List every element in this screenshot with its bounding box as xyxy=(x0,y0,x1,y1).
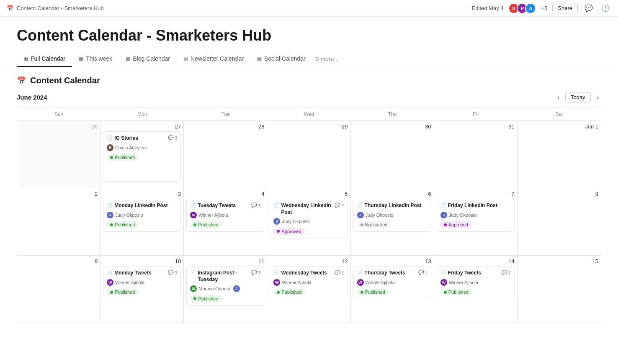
card-friday-tweets[interactable]: 📄 Friday Tweets 💬 2 W Winner Ajibola xyxy=(437,266,515,299)
monday-linkedin-status: Published xyxy=(107,221,138,228)
tab-icon-week: ▦ xyxy=(79,56,83,62)
cell-may-27: 27 📄 IG Stories 💬 3 E En xyxy=(100,121,184,188)
ig-stories-status: Published xyxy=(107,154,138,161)
date-jun11: 11 xyxy=(186,258,264,264)
thursday-tweets-status-dot xyxy=(360,291,363,294)
date-jun1: Jun 1 xyxy=(520,123,598,130)
cell-jun-7: 7 📄 Friday LinkedIn Post J Judy Okposio … xyxy=(434,188,518,255)
date-27: 27 xyxy=(103,123,181,130)
tuesday-tweets-status-dot xyxy=(193,223,196,226)
cell-jun-4: 4 📄 Tuesday Tweets 💬 1 W xyxy=(184,188,267,255)
card-thursday-tweets[interactable]: 📄 Thursday Tweets 💬 1 W Winner Ajibola xyxy=(353,266,431,299)
card-friday-linkedin[interactable]: 📄 Friday LinkedIn Post J Judy Okposio Ap… xyxy=(437,199,515,232)
page-title: Content Calendar - Smarketers Hub xyxy=(17,27,601,44)
thursday-linkedin-title: 📄 Thursday LinkedIn Post xyxy=(357,203,427,209)
friday-tweets-avatar: W xyxy=(440,279,447,286)
wednesday-tweets-status-dot xyxy=(277,291,280,294)
ig-stories-comments: 💬 3 xyxy=(168,135,177,141)
card-ig-stories[interactable]: 📄 IG Stories 💬 3 E Eniola Adeyeye xyxy=(103,131,181,182)
cell-may-31: 31 xyxy=(434,121,518,188)
app-title: Content Calendar - Smarketers Hub xyxy=(17,5,103,11)
calendar-section-title: Content Calendar xyxy=(30,76,100,85)
tab-newsletter-calendar[interactable]: ▦ Newsletter Calendar xyxy=(177,51,250,67)
monday-tweets-title: 📄 Monday Tweets xyxy=(107,270,151,277)
date-26: 26 xyxy=(20,123,98,130)
topbar-left: 📅 Content Calendar - Smarketers Hub xyxy=(7,5,103,11)
day-header-thu: Thu xyxy=(351,108,434,120)
page-header: Content Calendar - Smarketers Hub xyxy=(0,17,618,44)
date-jun3: 3 xyxy=(103,191,181,197)
instagram-tuesday-title: 📄 Instagram Post - Tuesday xyxy=(190,270,251,283)
tuesday-tweets-header: 📄 Tuesday Tweets 💬 1 xyxy=(190,203,260,212)
card-tuesday-tweets[interactable]: 📄 Tuesday Tweets 💬 1 W Winner Ajibola xyxy=(186,199,264,232)
doc-icon-tht: 📄 xyxy=(357,270,363,275)
comment-icon-it: 💬 xyxy=(251,270,257,275)
card-monday-linkedin[interactable]: 📄 Monday LinkedIn Post J Judy Okposio Pu… xyxy=(103,199,181,232)
tab-full-calendar[interactable]: ▦ Full Calendar xyxy=(17,51,72,67)
wednesday-linkedin-status: Approved xyxy=(273,228,304,235)
tab-icon-blog: ▦ xyxy=(126,56,130,62)
tuesday-tweets-comments: 💬 1 xyxy=(251,203,260,208)
prev-month-button[interactable]: ‹ xyxy=(555,93,562,102)
tuesday-tweets-avatar: W xyxy=(190,212,197,218)
friday-linkedin-title-text: Friday LinkedIn Post xyxy=(448,203,511,209)
cal-row-2: 2 3 📄 Monday LinkedIn Post J Judy Okposi… xyxy=(17,188,601,256)
friday-tweets-status-label: Published xyxy=(448,290,469,295)
friday-linkedin-meta: J Judy Okposio xyxy=(440,212,511,218)
wednesday-tweets-header: 📄 Wednesday Tweets 💬 1 xyxy=(273,270,344,279)
avatar-a: A xyxy=(525,3,536,14)
friday-tweets-title-text: Friday Tweets xyxy=(448,270,481,277)
tab-label-full: Full Calendar xyxy=(31,55,65,62)
monday-linkedin-title-text: Monday LinkedIn Post xyxy=(114,203,177,209)
comment-icon[interactable]: 💬 xyxy=(583,3,595,14)
tab-blog-calendar[interactable]: ▦ Blog Calendar xyxy=(119,51,177,67)
cell-jun-15: 15 xyxy=(518,256,601,323)
card-monday-tweets[interactable]: 📄 Monday Tweets 💬 3 W Winner Ajibola xyxy=(103,266,181,299)
wednesday-linkedin-meta: J Judy Okposio xyxy=(273,218,344,225)
doc-icon-wt: 📄 xyxy=(273,270,279,275)
cell-jun-10: 10 📄 Monday Tweets 💬 3 W xyxy=(100,256,184,323)
card-wednesday-tweets[interactable]: 📄 Wednesday Tweets 💬 1 W Winner Ajibola xyxy=(270,266,348,299)
doc-icon-fl: 📄 xyxy=(440,203,446,208)
instagram-tuesday-avatar-j: J xyxy=(233,285,240,292)
monday-tweets-avatar: W xyxy=(107,279,113,286)
ig-stories-comment-count: 3 xyxy=(175,136,177,141)
comment-icon-tt: 💬 xyxy=(251,203,257,208)
tabs: ▦ Full Calendar ▦ This week ▦ Blog Calen… xyxy=(0,51,618,67)
monday-linkedin-meta: J Judy Okposio xyxy=(107,212,177,218)
thursday-tweets-meta: W Winner Ajibola xyxy=(357,279,427,286)
thursday-tweets-header: 📄 Thursday Tweets 💬 1 xyxy=(357,270,427,279)
tab-this-week[interactable]: ▦ This week xyxy=(72,51,119,67)
tab-social-calendar[interactable]: ▦ Social Calendar xyxy=(250,51,312,67)
wednesday-tweets-status: Published xyxy=(273,289,305,295)
share-button[interactable]: Share xyxy=(552,3,578,13)
more-tabs[interactable]: 3 more... xyxy=(312,51,342,67)
thursday-tweets-status-label: Published xyxy=(365,290,385,295)
monday-linkedin-assignee: Judy Okposio xyxy=(115,213,143,218)
date-jun12: 12 xyxy=(270,258,348,264)
date-jun4: 4 xyxy=(186,191,264,197)
plus-count[interactable]: +5 xyxy=(541,5,547,11)
calendar-section-header: 📅 Content Calendar xyxy=(17,76,601,85)
thursday-linkedin-status: Not started xyxy=(357,221,391,228)
card-instagram-tuesday[interactable]: 📄 Instagram Post - Tuesday 💬 3 M Morayo … xyxy=(186,266,264,306)
next-month-button[interactable]: › xyxy=(594,93,601,102)
day-header-sun: Sun xyxy=(17,108,100,120)
ig-stories-title-text: IG Stories xyxy=(114,135,138,142)
card-wednesday-linkedin[interactable]: 📄 Wednesday LinkedIn Post 💬 2 J Judy Okp… xyxy=(270,199,348,238)
card-thursday-linkedin[interactable]: 📄 Thursday LinkedIn Post J Judy Okposio … xyxy=(353,199,431,232)
content-area: 📅 Content Calendar June 2024 ‹ Today › S… xyxy=(0,67,618,331)
date-jun9: 9 xyxy=(20,258,98,264)
thursday-linkedin-title-text: Thursday LinkedIn Post xyxy=(365,203,427,209)
calendar-grid: Sun Mon Tue Wed Thu Fri Sat 26 27 📄 xyxy=(17,108,601,323)
comment-icon-ig: 💬 xyxy=(168,135,174,141)
friday-linkedin-status-dot xyxy=(444,223,447,226)
today-button[interactable]: Today xyxy=(565,92,591,103)
ig-stories-meta: E Eniola Adeyeye xyxy=(107,144,177,151)
friday-linkedin-assignee: Judy Okposio xyxy=(449,213,477,218)
doc-icon-ft: 📄 xyxy=(440,270,446,275)
history-icon[interactable]: 🕐 xyxy=(600,3,611,14)
thursday-tweets-comments: 💬 1 xyxy=(418,270,427,275)
monday-linkedin-status-dot xyxy=(110,223,113,226)
tab-label-newsletter: Newsletter Calendar xyxy=(191,55,244,62)
